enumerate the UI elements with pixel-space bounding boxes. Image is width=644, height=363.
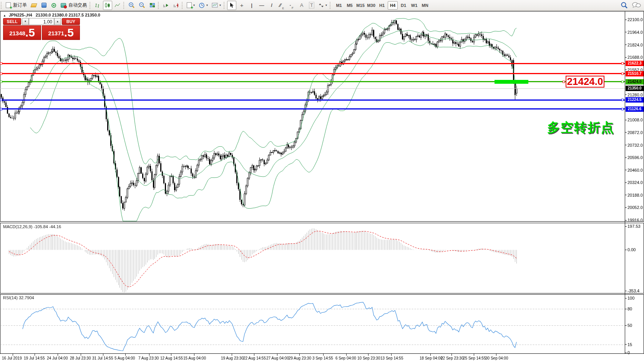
chart-header: ▲ JPN225-,H4 21330.0 21380.0 21317.5 213… (3, 13, 100, 17)
horizontal-line-tool-button[interactable]: — (257, 1, 266, 10)
text-icon: A (300, 2, 304, 8)
collapse-triangle-icon[interactable]: ▲ (3, 14, 6, 17)
toolbar-grip[interactable] (158, 2, 160, 9)
line-chart-icon (115, 2, 121, 8)
time-axis-tick (232, 354, 232, 356)
signals-icon (51, 3, 56, 8)
fibonacci-tool-button[interactable]: F (287, 1, 296, 10)
toolbar-grip[interactable] (330, 2, 332, 9)
template-chart-icon (212, 2, 218, 8)
toolbar-grip[interactable] (90, 2, 92, 9)
line-anchor-marker[interactable] (0, 73, 2, 75)
rsi-tick-label: 50 (627, 323, 632, 328)
line-anchor-marker[interactable] (621, 108, 624, 110)
text-tool-button[interactable]: A (297, 1, 306, 10)
caret-down-icon: ▾ (193, 3, 195, 7)
timeframe-toolbar: M1M5M15M30H1H4D1W1MN (333, 0, 431, 11)
price-tick-label: 21008.0 (627, 118, 643, 122)
buy-button[interactable]: BUY (62, 18, 80, 25)
text-label-tool-button[interactable]: T (307, 1, 316, 10)
zoom-out-button[interactable] (137, 1, 147, 10)
macd-values: -105.84 -44.16 (32, 224, 61, 229)
time-axis-tick (299, 354, 300, 356)
tile-windows-button[interactable] (148, 1, 157, 10)
signals-button[interactable] (49, 1, 58, 10)
profiles-icon (41, 3, 46, 8)
chart-canvas[interactable] (0, 0, 644, 363)
timeframe-w1-button[interactable]: W1 (409, 1, 419, 10)
chat-icon[interactable] (632, 2, 641, 8)
periods-button[interactable]: ▾ (197, 1, 209, 10)
volume-up-button[interactable]: ▴ (54, 18, 61, 25)
one-click-trading-panel: SELL ▾ ▴ BUY 21348 .5 21371 .5 (3, 18, 80, 40)
timeframe-m30-button[interactable]: M30 (366, 1, 376, 10)
line-anchor-marker[interactable] (0, 81, 2, 83)
candlestick-chart-button[interactable] (103, 1, 112, 10)
timeframe-h4-button[interactable]: H4 (388, 1, 398, 10)
search-icon[interactable] (621, 2, 628, 9)
rsi-header: RSI(14) 32.7904 (3, 295, 34, 300)
price-tick-label: 19916.0 (627, 218, 643, 222)
chinese-annotation[interactable]: 多空转折点 (547, 119, 614, 136)
timeframe-h1-button[interactable]: H1 (377, 1, 387, 10)
level-line-support[interactable] (0, 108, 625, 109)
time-axis-label: 19 Jul 14:55 (24, 356, 45, 360)
toolbar-grip[interactable] (224, 2, 226, 9)
horizontal-line-icon: — (259, 2, 264, 8)
indicators-button[interactable]: + ▾ (185, 1, 196, 10)
trendline-icon: / (271, 2, 272, 8)
price-callout-box[interactable]: 21424.0 (566, 76, 604, 88)
highlight-bar[interactable] (495, 80, 528, 84)
level-line-support[interactable] (0, 99, 625, 101)
volume-input[interactable] (29, 18, 54, 25)
auto-scroll-button[interactable] (161, 1, 171, 10)
price-tick-mark (625, 207, 627, 208)
time-axis-tick (346, 354, 347, 356)
level-line-pivot[interactable] (0, 81, 625, 82)
sell-button[interactable]: SELL (3, 18, 21, 25)
rsi-value: 32.7904 (18, 295, 34, 300)
timeframe-mn-button[interactable]: MN (420, 1, 430, 10)
template-menu-button[interactable]: ▾ (210, 1, 222, 10)
line-anchor-marker[interactable] (621, 99, 624, 101)
autotrading-button[interactable]: 自动交易 (59, 1, 88, 10)
zoom-in-button[interactable] (127, 1, 136, 10)
toolbar-grip[interactable] (182, 2, 184, 9)
line-anchor-marker[interactable] (0, 62, 2, 65)
line-anchor-marker[interactable] (0, 108, 2, 110)
timeframe-m5-button[interactable]: M5 (345, 1, 355, 10)
line-anchor-marker[interactable] (0, 99, 2, 101)
trendline-tool-button[interactable]: / (267, 1, 276, 10)
timeframe-m15-button[interactable]: M15 (355, 1, 365, 10)
timeframe-d1-button[interactable]: D1 (398, 1, 408, 10)
chart-shift-button[interactable] (171, 1, 181, 10)
chart-templates-button[interactable] (29, 1, 38, 10)
crosshair-tool-button[interactable]: + (237, 1, 246, 10)
profiles-button[interactable] (39, 1, 48, 10)
buy-price-display[interactable]: 21371 .5 (42, 25, 80, 40)
cursor-tool-button[interactable] (227, 1, 236, 10)
level-line-resistance[interactable] (0, 63, 625, 64)
volume-down-button[interactable]: ▾ (22, 18, 29, 25)
toolbar-grip[interactable] (123, 2, 126, 9)
channel-tool-button[interactable]: ∕∕E (277, 1, 286, 10)
line-anchor-marker[interactable] (621, 81, 624, 83)
time-axis-label: 6 Sep 04:00 (335, 356, 356, 360)
new-order-button[interactable]: + 新订单 (4, 1, 28, 10)
vertical-line-tool-button[interactable]: | (247, 1, 256, 10)
line-anchor-marker[interactable] (621, 62, 624, 65)
line-anchor-marker[interactable] (621, 73, 624, 75)
level-line-resistance[interactable] (0, 73, 625, 74)
toolbar-grip[interactable] (1, 2, 3, 9)
auto-scroll-icon (163, 2, 169, 8)
line-anchor-marker[interactable] (563, 81, 565, 83)
macd-tick-mark (625, 291, 627, 291)
price-tick-mark (625, 20, 627, 20)
timeframe-m1-button[interactable]: M1 (334, 1, 344, 10)
time-axis-tick (149, 354, 149, 356)
price-tick-mark (625, 182, 627, 183)
bar-chart-button[interactable] (93, 1, 102, 10)
arrows-tool-button[interactable]: ▾ (317, 1, 329, 10)
line-chart-button[interactable] (113, 1, 122, 10)
sell-price-display[interactable]: 21348 .5 (3, 25, 41, 40)
